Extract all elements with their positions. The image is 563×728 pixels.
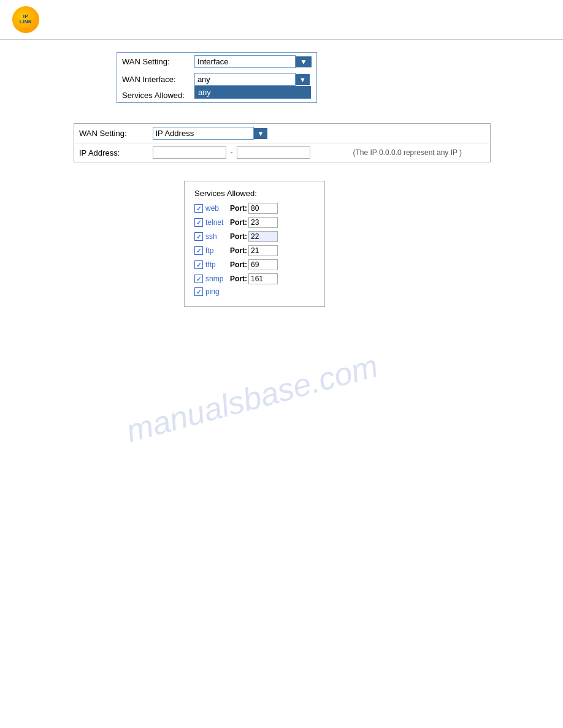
section1-table: WAN Setting: Interface ▼ WAN Interface: … bbox=[117, 53, 316, 102]
service-checkbox-tftp[interactable] bbox=[194, 260, 203, 269]
service-row-ssh: ssh Port: bbox=[194, 231, 315, 242]
service-row-snmp: snmp Port: bbox=[194, 273, 315, 284]
ip-address-select-row: IP Address ▼ bbox=[153, 127, 343, 140]
wan-interface-dropdown-btn[interactable]: ▼ bbox=[296, 74, 310, 85]
service-name-ping: ping bbox=[205, 287, 230, 296]
ip-separator: - bbox=[230, 148, 232, 157]
services-allowed-label: Services Allowed: bbox=[117, 88, 190, 102]
wan-interface-row: WAN Interface: any ▼ any bbox=[117, 70, 316, 88]
section2-ip-inputs: - bbox=[148, 143, 348, 162]
service-row-web: web Port: bbox=[194, 203, 315, 214]
section1-border: WAN Setting: Interface ▼ WAN Interface: … bbox=[117, 52, 317, 103]
service-checkbox-ping[interactable] bbox=[194, 287, 203, 296]
section2: WAN Setting: IP Address ▼ IP Address: - … bbox=[74, 123, 491, 162]
logo-icon: IPLINK bbox=[12, 6, 39, 33]
wan-setting-label: WAN Setting: bbox=[117, 53, 190, 70]
service-name-snmp: snmp bbox=[205, 275, 230, 283]
section2-ip-note: (The IP 0.0.0.0 represent any IP ) bbox=[348, 143, 490, 162]
watermark: manualsbase.com bbox=[122, 347, 381, 449]
service-row-ftp: ftp Port: bbox=[194, 245, 315, 256]
service-name-ssh: ssh bbox=[205, 232, 230, 241]
section1: WAN Setting: Interface ▼ WAN Interface: … bbox=[117, 52, 399, 105]
port-label-ftp: Port: bbox=[230, 246, 247, 255]
wan-interface-option-any[interactable]: any bbox=[195, 86, 310, 98]
service-row-ping: ping bbox=[194, 287, 315, 296]
port-input-ftp[interactable] bbox=[248, 245, 278, 256]
services-title: Services Allowed: bbox=[194, 189, 315, 198]
service-checkbox-telnet[interactable] bbox=[194, 218, 203, 227]
service-row-telnet: telnet Port: bbox=[194, 217, 315, 228]
service-name-web: web bbox=[205, 204, 230, 213]
wan-interface-dropdown-wrapper: any ▼ any bbox=[194, 73, 310, 86]
port-input-ssh[interactable] bbox=[248, 231, 278, 242]
service-name-tftp: tftp bbox=[205, 260, 230, 269]
wan-interface-input-row: any ▼ bbox=[194, 73, 310, 86]
logo-text: IPLINK bbox=[20, 14, 33, 25]
section2-wan-setting-row: WAN Setting: IP Address ▼ bbox=[74, 124, 491, 143]
service-checkbox-ssh[interactable] bbox=[194, 232, 203, 241]
wan-interface-value-cell: any ▼ any bbox=[190, 70, 316, 88]
wan-setting-value-cell: Interface ▼ bbox=[190, 53, 316, 70]
section3: Services Allowed: web Port: telnet Port:… bbox=[184, 181, 325, 307]
port-label-telnet: Port: bbox=[230, 218, 247, 227]
port-input-snmp[interactable] bbox=[248, 273, 278, 284]
service-checkbox-ftp[interactable] bbox=[194, 246, 203, 255]
section2-ip-address-row: IP Address: - (The IP 0.0.0.0 represent … bbox=[74, 143, 491, 162]
port-input-tftp[interactable] bbox=[248, 259, 278, 270]
port-input-web[interactable] bbox=[248, 203, 278, 214]
port-label-ssh: Port: bbox=[230, 232, 247, 241]
main-content: WAN Setting: Interface ▼ WAN Interface: … bbox=[0, 40, 563, 319]
wan-interface-select-box[interactable]: any bbox=[194, 73, 296, 86]
wan-interface-label: WAN Interface: bbox=[117, 70, 190, 88]
ip-input-2[interactable] bbox=[237, 146, 310, 159]
wan-setting-row: WAN Setting: Interface ▼ bbox=[117, 53, 316, 70]
service-checkbox-web[interactable] bbox=[194, 204, 203, 213]
services-box: Services Allowed: web Port: telnet Port:… bbox=[184, 181, 325, 307]
header: IPLINK bbox=[0, 0, 563, 40]
ip-address-select-box[interactable]: IP Address bbox=[153, 127, 254, 140]
port-label-tftp: Port: bbox=[230, 260, 247, 269]
section2-wan-setting-value-cell: IP Address ▼ bbox=[148, 124, 348, 143]
wan-interface-dropdown-list: any bbox=[194, 86, 311, 99]
section2-table: WAN Setting: IP Address ▼ IP Address: - … bbox=[74, 123, 491, 162]
port-input-telnet[interactable] bbox=[248, 217, 278, 228]
port-label-snmp: Port: bbox=[230, 275, 247, 283]
section2-ip-label: IP Address: bbox=[74, 143, 148, 162]
wan-setting-dropdown-btn[interactable]: ▼ bbox=[296, 56, 312, 67]
service-name-ftp: ftp bbox=[205, 246, 230, 255]
service-checkbox-snmp[interactable] bbox=[194, 275, 203, 283]
wan-setting-select-box[interactable]: Interface bbox=[194, 55, 296, 68]
port-label-web: Port: bbox=[230, 204, 247, 213]
wan-setting-select-row: Interface ▼ bbox=[194, 55, 312, 68]
ip-address-dropdown-btn[interactable]: ▼ bbox=[254, 128, 268, 139]
service-name-telnet: telnet bbox=[205, 218, 230, 227]
section2-wan-setting-label: WAN Setting: bbox=[74, 124, 148, 143]
logo-container: IPLINK bbox=[12, 6, 39, 33]
ip-input-1[interactable] bbox=[153, 146, 226, 159]
service-row-tftp: tftp Port: bbox=[194, 259, 315, 270]
